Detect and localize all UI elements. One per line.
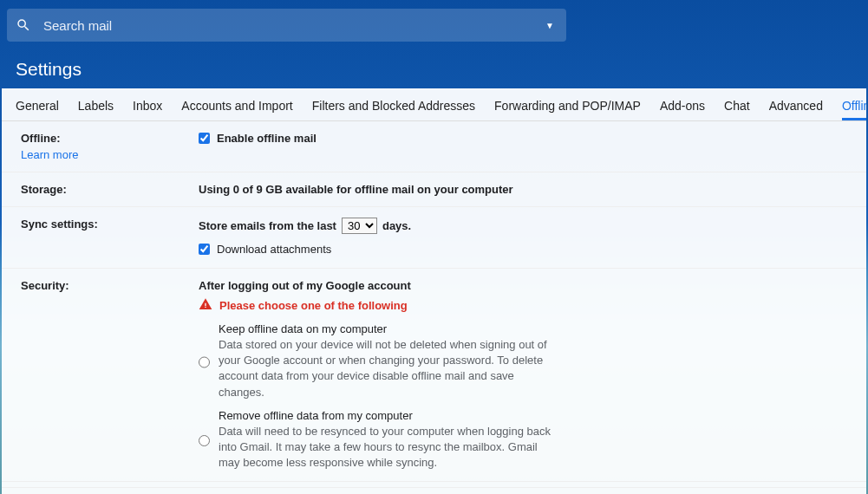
section-offline: Offline: Learn more Enable offline mail	[2, 121, 866, 172]
download-attachments-input[interactable]	[199, 244, 210, 255]
learn-more-link[interactable]: Learn more	[21, 148, 199, 161]
tab-forwarding-and-pop-imap[interactable]: Forwarding and POP/IMAP	[494, 90, 641, 120]
section-label-storage: Storage:	[21, 183, 199, 196]
keep-data-radio[interactable]	[199, 324, 210, 400]
warning-icon	[199, 297, 212, 314]
tab-general[interactable]: General	[16, 90, 59, 120]
tab-offline[interactable]: Offline	[842, 90, 866, 120]
section-storage: Storage: Using 0 of 9 GB available for o…	[2, 172, 866, 207]
remove-data-title: Remove offline data from my computer	[219, 409, 557, 422]
security-heading: After logging out of my Google account	[199, 279, 847, 292]
remove-data-radio[interactable]	[199, 411, 210, 471]
offline-label-text: Offline:	[21, 132, 61, 145]
store-emails-row: Store emails from the last 30 days.	[199, 218, 847, 234]
settings-body: Offline: Learn more Enable offline mail …	[2, 121, 866, 494]
section-security: Security: After logging out of my Google…	[2, 269, 866, 482]
tab-chat[interactable]: Chat	[724, 90, 750, 120]
keep-data-title: Keep offline data on my computer	[219, 322, 557, 335]
search-icon	[16, 17, 31, 33]
days-select[interactable]: 30	[342, 218, 377, 234]
search-bar[interactable]: Search mail ▼	[7, 9, 566, 42]
tab-labels[interactable]: Labels	[78, 90, 114, 120]
section-label-sync: Sync settings:	[21, 218, 199, 257]
store-suffix: days.	[382, 219, 411, 232]
storage-text: Using 0 of 9 GB available for offline ma…	[199, 183, 847, 196]
keep-data-desc: Data stored on your device will not be d…	[219, 337, 557, 400]
search-options-caret[interactable]: ▼	[545, 21, 554, 30]
security-option-keep[interactable]: Keep offline data on my computer Data st…	[199, 322, 847, 400]
settings-panel: GeneralLabelsInboxAccounts and ImportFil…	[2, 88, 866, 494]
download-attachments-label: Download attachments	[217, 243, 331, 256]
tab-accounts-and-import[interactable]: Accounts and Import	[181, 90, 292, 120]
tab-add-ons[interactable]: Add-ons	[660, 90, 705, 120]
section-label-offline: Offline: Learn more	[21, 132, 199, 161]
sync-content: Store emails from the last 30 days. Down…	[199, 218, 847, 257]
tab-filters-and-blocked-addresses[interactable]: Filters and Blocked Addresses	[312, 90, 475, 120]
settings-tabs: GeneralLabelsInboxAccounts and ImportFil…	[2, 88, 866, 121]
security-warning-text: Please choose one of the following	[219, 299, 408, 312]
section-label-security: Security:	[21, 279, 199, 471]
enable-offline-input[interactable]	[199, 133, 210, 144]
offline-content: Enable offline mail	[199, 132, 847, 161]
tab-advanced[interactable]: Advanced	[769, 90, 823, 120]
button-row: Save Changes Cancel	[2, 487, 866, 494]
section-sync: Sync settings: Store emails from the las…	[2, 207, 866, 269]
search-placeholder: Search mail	[43, 18, 545, 33]
enable-offline-label: Enable offline mail	[217, 132, 317, 145]
security-option-remove[interactable]: Remove offline data from my computer Dat…	[199, 409, 847, 471]
enable-offline-checkbox[interactable]: Enable offline mail	[199, 132, 317, 145]
download-attachments-checkbox[interactable]: Download attachments	[199, 243, 331, 256]
security-content: After logging out of my Google account P…	[199, 279, 847, 471]
security-warning-row: Please choose one of the following	[199, 297, 847, 314]
tab-inbox[interactable]: Inbox	[133, 90, 162, 120]
page-title: Settings	[16, 59, 868, 80]
store-prefix: Store emails from the last	[199, 219, 336, 232]
remove-data-desc: Data will need to be resynced to your co…	[219, 424, 557, 471]
